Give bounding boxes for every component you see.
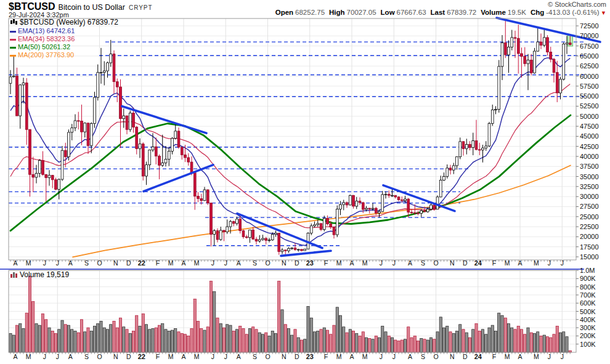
volume-bar [32,302,35,352]
candle-body [29,129,31,174]
month-label: A [13,259,17,267]
volume-bar [459,325,462,352]
volume-bar [410,338,413,352]
volume-bar [248,328,251,352]
volume-bar [404,339,406,352]
candle-body [145,165,148,176]
candle-body [469,144,471,147]
candle-body [87,123,89,146]
candle-body [55,180,57,190]
quote-high-label: High [329,9,345,16]
volume-bar [323,328,325,352]
month-label: J [392,353,396,360]
volume-bar [449,332,452,352]
volume-bar [181,333,183,352]
legend-swatch-icon [10,47,16,49]
volume-bar [93,326,96,352]
candle-body [284,250,287,251]
volume-bar [352,331,354,352]
month-label: N [113,353,118,360]
candle-body [508,47,510,55]
month-label: A [13,353,17,360]
month-label: N [282,353,287,360]
overlay-legend: $BTCUSD (Weekly) 67839.72 EMA(13) 64742.… [10,18,118,59]
candle-body [478,150,481,150]
legend-swatch-icon [10,55,16,57]
month-label: D [295,259,299,267]
price-axis-label: 42500 [580,143,599,150]
volume-bar [514,330,516,352]
volume-bar [388,336,390,352]
volume-bar [271,331,274,352]
month-label: O [265,353,270,360]
candle-body [278,233,280,252]
month-label: F [324,259,328,267]
volume-bar [103,328,105,352]
month-label: F [156,259,160,267]
volume-bar [339,315,341,352]
volume-bar [155,328,157,352]
legend-item-1: EMA(34) 58323.36 [10,35,118,43]
price-axis-label: 27500 [580,203,599,210]
legend-swatch-icon [10,39,16,41]
candle-body [420,211,423,214]
volume-bar [90,331,92,352]
month-label: O [433,353,438,360]
price-axis-label: 55000 [580,92,599,100]
candle-body [281,250,283,252]
volume-bar [22,328,25,352]
month-label: 23 [306,353,314,360]
volume-bar [446,326,449,352]
volume-bar [252,327,254,352]
candle-body [197,196,200,199]
volume-bar [537,332,539,352]
volume-bar [148,330,151,352]
candle-body [152,147,154,150]
volume-axis-label: 100K [580,341,596,348]
month-label: A [518,259,522,267]
candle-body [443,177,445,180]
volume-bar [12,335,15,352]
month-label: J [548,353,551,360]
month-label: O [433,259,438,267]
volume-bar [97,323,99,352]
candle-body [323,218,325,229]
volume-bar [530,333,532,352]
quote-last-label: Last [431,9,445,16]
volume-bar [38,325,41,352]
candle-body [94,97,96,123]
candle-body [401,200,403,200]
month-label: A [349,259,354,267]
volume-bar [498,313,500,352]
candle-body [488,123,490,146]
price-axis-label: 37500 [580,163,599,170]
volume-bar [80,320,83,352]
candle-body [426,209,429,212]
month-label: A [349,353,354,360]
month-label: D [463,259,468,267]
legend-item-0: EMA(13) 64742.61 [10,27,118,35]
volume-bar [491,325,494,352]
volume-bar [359,336,361,352]
month-label: D [463,353,468,360]
candle-body [394,195,397,197]
candle-body [249,230,251,237]
volume-bar [161,323,164,352]
candle-body [413,212,416,213]
candle-body [534,51,536,73]
volume-bar [330,334,332,352]
month-label: M [336,353,342,360]
candle-body [265,238,267,240]
candle-body [410,212,413,213]
volume-bar [543,335,545,352]
candle-body [495,110,497,110]
price-axis-label: 20000 [580,233,599,240]
quote-row: Open68252.75High70027.05Low67667.63Last6… [271,9,606,16]
month-label: M [194,259,200,267]
candle-body [271,234,274,240]
volume-axis-label: 400K [580,316,596,323]
candle-body [511,38,513,47]
candle-body [168,151,170,159]
month-label: A [181,353,185,360]
volume-bar [488,328,490,352]
